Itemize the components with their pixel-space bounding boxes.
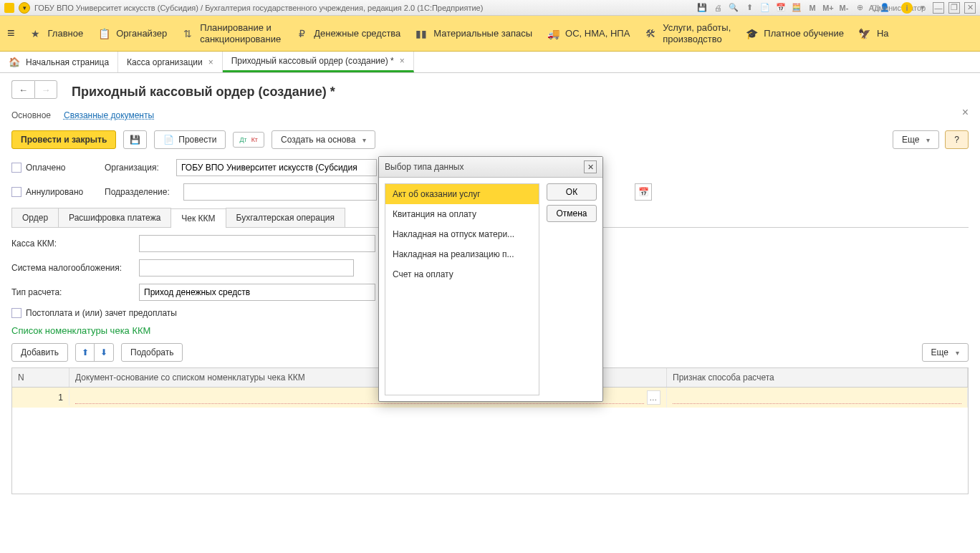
paid-checkbox[interactable] (11, 163, 21, 173)
maximize-button[interactable]: ❐ (948, 2, 960, 14)
save-button[interactable]: 💾 (123, 130, 147, 149)
tab-kassa[interactable]: Касса организации× (118, 52, 223, 72)
ruble-icon: ₽ (295, 27, 308, 40)
org-label: Организация: (105, 163, 169, 173)
calc-sign-input[interactable] (673, 391, 961, 404)
calc-type-input[interactable] (139, 284, 375, 301)
nav-assets[interactable]: 🚚ОС, НМА, НПА (547, 27, 630, 40)
kassa-label: Касса ККМ: (11, 239, 133, 249)
calculator-icon[interactable]: 🧮 (791, 2, 802, 14)
list-item[interactable]: Накладная на отпуск матери... (385, 224, 539, 244)
nav-cash[interactable]: ₽Денежные средства (295, 27, 400, 40)
tab-order[interactable]: Ордер (11, 208, 59, 227)
create-based-button[interactable]: Создать на основа (272, 130, 375, 149)
subnav-main[interactable]: Основное (11, 110, 51, 120)
window-title: ГОБУ ВПО Университет искусств (Субсидия)… (34, 4, 692, 12)
preview-icon[interactable]: 🔍 (728, 2, 739, 14)
col-sign: Признак способа расчета (667, 368, 968, 387)
truck-icon: 🚚 (547, 27, 559, 40)
dropdown-icon[interactable]: ▾ (917, 2, 928, 14)
memory-m-button[interactable]: M (807, 2, 818, 14)
eagle-icon: 🦅 (858, 27, 871, 40)
type-select-dialog: Выбор типа данных ✕ Акт об оказании услу… (378, 156, 603, 402)
star-icon: ★ (29, 27, 42, 40)
move-up-button[interactable]: ⬆ (76, 344, 95, 361)
minimize-button[interactable]: — (933, 2, 944, 14)
nav-services[interactable]: 🛠Услуги, работы, производство (644, 22, 731, 44)
list-item[interactable]: Накладная на реализацию п... (385, 244, 539, 264)
postpay-checkbox[interactable] (11, 308, 21, 318)
tab-payment-detail[interactable]: Расшифровка платежа (58, 208, 171, 227)
barcode-icon: ▮▮ (415, 27, 428, 40)
close-window-button[interactable]: ✕ (964, 2, 976, 14)
open-tabs: 🏠Начальная страница Касса организации× П… (0, 52, 980, 73)
memory-mminus-button[interactable]: M- (838, 2, 850, 14)
nav-organizer[interactable]: 📋Органайзер (97, 27, 167, 40)
page-title: Приходный кассовый ордер (создание) * (72, 85, 335, 100)
pick-button[interactable]: Подобрать (121, 343, 183, 362)
app-menu-dropdown[interactable]: ▾ (19, 2, 30, 14)
list-item[interactable]: Счет на оплату (385, 264, 539, 284)
calendar-button[interactable]: 📅 (635, 183, 652, 201)
grid-empty-area (12, 408, 968, 494)
list-item[interactable]: Акт об оказании услуг (385, 184, 539, 204)
back-button[interactable]: ← (11, 80, 34, 99)
more-button[interactable]: Еще (893, 130, 939, 149)
help-button[interactable]: ? (945, 130, 969, 149)
forward-button[interactable]: → (34, 80, 57, 99)
table-more-button[interactable]: Еще (922, 343, 969, 362)
burger-icon[interactable]: ≡ (7, 26, 15, 41)
tax-input[interactable] (139, 259, 354, 276)
dtkt-button[interactable]: ДтКт (233, 132, 264, 148)
dialog-title: Выбор типа данных (385, 162, 463, 172)
list-item[interactable]: Квитанция на оплату (385, 204, 539, 224)
tab-pko[interactable]: Приходный кассовый ордер (создание) *× (223, 52, 414, 72)
post-icon: 📄 (163, 135, 174, 145)
col-n: N (12, 368, 69, 387)
org-input[interactable] (176, 159, 377, 176)
close-icon[interactable]: × (400, 56, 405, 66)
tax-label: Система налогообложения: (11, 263, 133, 273)
tab-accounting[interactable]: Бухгалтерская операция (226, 208, 345, 227)
cancelled-checkbox[interactable] (11, 187, 21, 197)
tab-kkm[interactable]: Чек ККМ (170, 208, 226, 228)
cancelled-label: Аннулировано (26, 187, 83, 197)
tools-icon: 🛠 (644, 27, 657, 40)
move-down-button[interactable]: ⬇ (95, 344, 113, 361)
calendar-icon[interactable]: 📅 (775, 2, 787, 14)
post-button[interactable]: 📄Провести (154, 130, 226, 149)
nav-main[interactable]: ★Главное (29, 27, 84, 40)
info-icon[interactable]: i (901, 2, 913, 14)
arrows-icon: ⇅ (181, 27, 194, 40)
subnav-related[interactable]: Связанные документы (64, 110, 154, 120)
logo-1c-icon (4, 3, 14, 13)
postpay-label: Постоплата и (или) зачет предоплаты (26, 308, 177, 318)
upload-icon[interactable]: ⬆ (744, 2, 755, 14)
kassa-input[interactable] (139, 235, 375, 252)
save-icon[interactable]: 💾 (696, 2, 708, 14)
cancel-button[interactable]: Отмена (547, 205, 597, 222)
cancelled-checkbox-group: Аннулировано (11, 187, 97, 197)
nav-materials[interactable]: ▮▮Материальные запасы (415, 27, 532, 40)
add-row-button[interactable]: Добавить (11, 343, 68, 362)
dialog-close-button[interactable]: ✕ (584, 160, 597, 173)
dept-input[interactable] (183, 183, 377, 201)
tab-home[interactable]: 🏠Начальная страница (0, 52, 118, 72)
ok-button[interactable]: ОК (547, 183, 597, 201)
print-icon[interactable]: 🖨 (712, 2, 724, 14)
zoom-icon[interactable]: ⊕ (854, 2, 865, 14)
memory-mplus-button[interactable]: M+ (822, 2, 834, 14)
post-and-close-button[interactable]: Провести и закрыть (11, 130, 116, 149)
nav-planning[interactable]: ⇅Планирование и санкционирование (181, 22, 281, 44)
home-icon: 🏠 (9, 57, 20, 67)
nav-education[interactable]: 🎓Платное обучение (745, 27, 844, 40)
select-doc-button[interactable]: … (647, 390, 660, 405)
copy-icon[interactable]: 📄 (759, 2, 771, 14)
main-nav: ≡ ★Главное 📋Органайзер ⇅Планирование и с… (0, 16, 980, 52)
close-icon[interactable]: × (208, 57, 213, 67)
close-form-button[interactable]: × (962, 106, 969, 119)
clipboard-icon: 📋 (97, 27, 110, 40)
current-user[interactable]: 👤 Администратор (885, 2, 897, 14)
titlebar: ▾ ГОБУ ВПО Университет искусств (Субсиди… (0, 0, 980, 16)
nav-more[interactable]: 🦅На (858, 27, 889, 40)
